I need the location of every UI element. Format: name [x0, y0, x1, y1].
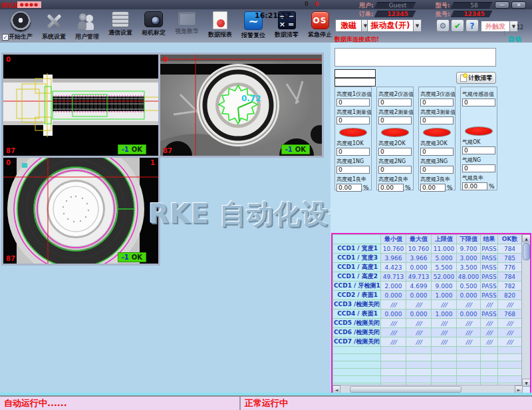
- gauge-field-value[interactable]: 0: [462, 99, 495, 106]
- row-label-cell: CCD3 /检测关闭: [333, 300, 381, 309]
- value-cell: ///: [457, 328, 481, 337]
- gauge-yield-value[interactable]: 0.00: [336, 184, 362, 192]
- gauge-field-value[interactable]: 0: [378, 166, 412, 174]
- gauge-field-value[interactable]: 0: [462, 146, 495, 154]
- value-cell: ///: [457, 337, 481, 347]
- empty-table-row: [333, 376, 522, 383]
- toolbar-item-start-production[interactable]: 开始生产: [4, 11, 37, 42]
- gauge-field-value[interactable]: 0: [336, 148, 370, 156]
- gauge-field-value[interactable]: 0: [336, 99, 370, 106]
- vibration-plate-combo[interactable]: 振动盘(开) ▼: [367, 19, 422, 32]
- table-row[interactable]: CCD5 /检测关闭//////////////////: [333, 319, 522, 328]
- value-cell: ///: [406, 328, 432, 337]
- value-box-2[interactable]: [334, 78, 376, 87]
- value-cell: 784: [498, 244, 522, 254]
- toolbar-item-system-settings[interactable]: 系统设置: [37, 11, 70, 42]
- gauge-field-value[interactable]: 0: [420, 166, 454, 174]
- table-vertical-scrollbar[interactable]: ▲ ▼: [521, 234, 530, 387]
- scroll-up-icon[interactable]: ▲: [522, 234, 531, 242]
- gauge-column-2: 高度规2仪器值0高度规2测量值0高度规2OK0高度规2NG0高度规2良率0.00…: [376, 87, 414, 190]
- table-header-row: 最小值最大值上限值下限值结果OK数: [333, 235, 522, 244]
- emergency-count-right: 0: [315, 1, 319, 7]
- value-cell: ///: [498, 300, 522, 309]
- gauge-field-label: 高度规1仪器值: [336, 91, 370, 98]
- camera-2-index: 0: [163, 56, 168, 63]
- gauge-yield-value[interactable]: 0.00: [462, 182, 487, 190]
- measurement-table: 最小值最大值上限值下限值结果OK数CCD1 / 宽度110.76010.7601…: [332, 234, 522, 395]
- help-button[interactable]: ?: [466, 19, 479, 32]
- table-row[interactable]: CCD1 / 高度14.4230.0005.5003.500PASS776: [333, 263, 522, 272]
- emergency-counters: 00: [305, 1, 319, 7]
- value-cell: PASS: [481, 309, 498, 319]
- external-trigger-combo[interactable]: 外触发 ▼: [481, 21, 518, 32]
- empty-cell: [381, 369, 406, 376]
- order-label: 订单:: [359, 10, 374, 19]
- value-cell: 0.000: [457, 309, 481, 319]
- toolbar-item-communication-settings[interactable]: 通信设置: [104, 11, 137, 42]
- gauge-yield-label: 气规良率: [462, 174, 495, 182]
- table-row[interactable]: CCD1 / 宽度110.76010.76011.0009.700PASS784: [333, 244, 522, 254]
- table-row[interactable]: CCD1 / 宽度33.9663.9665.0003.000PASS785: [333, 254, 522, 263]
- table-row[interactable]: CCD6 /检测关闭//////////////////: [333, 328, 522, 337]
- camera-2-measurement: 0.72: [241, 94, 261, 103]
- value-cell: 776: [498, 263, 522, 272]
- gauge-indicator-wrap: [462, 125, 495, 136]
- value-cell: ///: [381, 300, 406, 309]
- toolbar-item-user-management[interactable]: 用户管理: [70, 11, 104, 42]
- main-window: 测试版 ●●●● 00 — ✕ 开始生产系统设置用户管理通信设置相机标定视觉教导…: [0, 0, 532, 410]
- minimize-button[interactable]: —: [495, 1, 509, 9]
- toolbar-checkbox[interactable]: ✓: [2, 34, 9, 41]
- vibration-plate-dropdown-icon[interactable]: ▼: [414, 19, 422, 32]
- gauge-field-value[interactable]: 0: [420, 99, 454, 106]
- toolbar-item-emergency-stop[interactable]: OS紧急停止: [303, 11, 336, 42]
- gauge-field-value[interactable]: 0: [378, 99, 412, 106]
- confirm-button[interactable]: ✔: [451, 19, 464, 32]
- table-row[interactable]: CCD1 / 牙检测12.0004.6999.0000.500PASS782: [333, 282, 522, 291]
- gauge-field-value[interactable]: 0: [462, 164, 495, 172]
- toolbar-item-label: 相机标定: [142, 29, 166, 37]
- vscroll-thumb[interactable]: [523, 243, 530, 260]
- gauge-field-label: 高度规2测量值: [378, 108, 412, 116]
- gauge-yield-value[interactable]: 0.00: [378, 184, 404, 192]
- toolbar-item-data-report[interactable]: 数据报表: [203, 11, 237, 42]
- camera-3-index-right: 1: [150, 159, 155, 166]
- value-cell: 48.000: [457, 272, 481, 282]
- status-lamp-icon: [381, 128, 409, 137]
- empty-cell: [457, 354, 481, 361]
- camera-view-3[interactable]: 0 1 87 -1OK: [1, 156, 160, 266]
- value-box-1[interactable]: [334, 69, 376, 78]
- gauge-field-value[interactable]: 0: [336, 166, 370, 174]
- toolbar-item-camera-calibration[interactable]: 相机标定: [137, 11, 170, 42]
- close-button[interactable]: ✕: [511, 1, 526, 9]
- empty-cell: [333, 354, 381, 361]
- toolbar-item-vision-teaching[interactable]: 视觉教导: [170, 11, 203, 42]
- gauge-field-value[interactable]: 0: [378, 148, 412, 156]
- empty-cell: [498, 376, 522, 383]
- table-row[interactable]: CCD7 /检测关闭//////////////////: [333, 337, 522, 347]
- settings-gear-button[interactable]: ⚙: [436, 19, 450, 32]
- gauge-indicator-wrap: [420, 126, 454, 138]
- gauge-field-value[interactable]: 0: [420, 116, 454, 124]
- gauge-yield-value[interactable]: 0.00: [420, 184, 446, 192]
- magnetize-combo[interactable]: 激磁 ▼: [335, 19, 370, 32]
- table-row[interactable]: CCD4 / 表面10.0000.0001.0000.000PASS768: [333, 309, 522, 319]
- empty-cell: [457, 369, 481, 376]
- table-row[interactable]: CCD1 / 高度249.71349.71352.00048.000PASS78…: [333, 272, 522, 282]
- row-label-cell: CCD1 / 宽度3: [333, 254, 381, 263]
- scroll-down-icon[interactable]: ▼: [522, 379, 531, 387]
- table-row[interactable]: CCD2 / 表面10.0000.0001.0000.000PASS820: [333, 291, 522, 300]
- gauge-field-value[interactable]: 0: [420, 148, 454, 156]
- message-box[interactable]: [334, 48, 496, 67]
- measurement-table-panel: 最小值最大值上限值下限值结果OK数CCD1 / 宽度110.76010.7601…: [331, 233, 531, 395]
- count-clear-button[interactable]: 计数清零: [456, 72, 496, 84]
- gauge-column-3: 高度规3仪器值0高度规3测量值0高度规3OK0高度规3NG0高度规3良率0.00…: [418, 87, 456, 190]
- value-cell: 768: [498, 309, 522, 319]
- gauge-field-value[interactable]: 0: [378, 116, 412, 124]
- value-cell: ///: [381, 337, 406, 347]
- table-row[interactable]: CCD3 /检测关闭//////////////////: [333, 300, 522, 309]
- gauge-field-value[interactable]: 0: [336, 116, 370, 124]
- camera-view-2[interactable]: 0.72 0 87 -1OK: [158, 53, 324, 158]
- camera-view-1[interactable]: 0 87 -1OK: [1, 53, 160, 158]
- batch-label: 批号:: [436, 10, 450, 19]
- hscroll-thumb[interactable]: [350, 386, 462, 393]
